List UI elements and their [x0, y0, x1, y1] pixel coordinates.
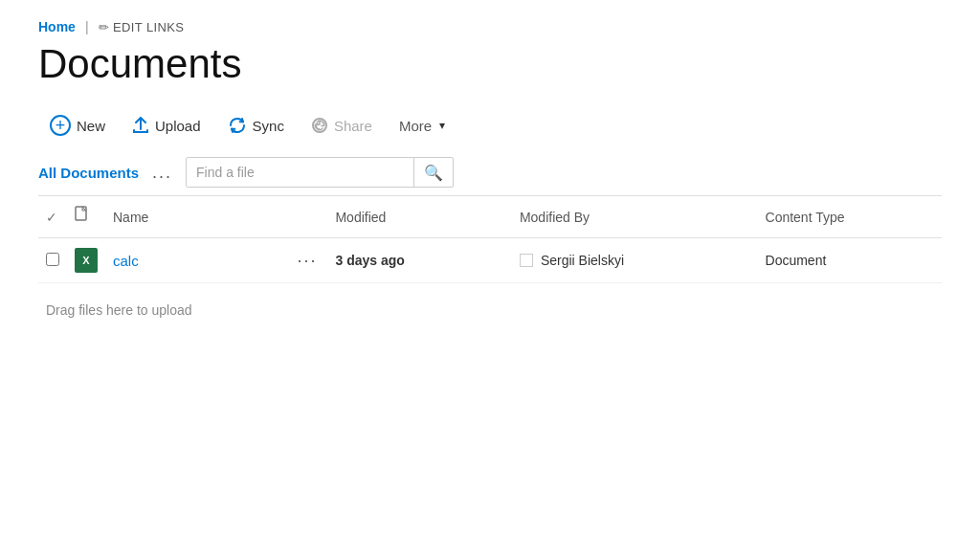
edit-links-button[interactable]: ✏ EDIT LINKS	[99, 20, 185, 34]
col-header-name: Name	[105, 196, 289, 238]
col-header-modified-by[interactable]: Modified By	[512, 196, 758, 238]
row-checkbox[interactable]	[46, 253, 59, 266]
search-icon: 🔍	[424, 164, 443, 182]
pencil-icon: ✏	[99, 20, 109, 34]
row-options[interactable]: ···	[289, 238, 327, 283]
file-link[interactable]: calc	[113, 253, 139, 269]
more-button[interactable]: More ▾	[388, 112, 457, 140]
page-title: Documents	[38, 42, 942, 86]
file-table: ✓ Name Modified Modified By Content Type	[38, 196, 942, 283]
breadcrumb: Home | ✏ EDIT LINKS	[38, 19, 942, 34]
view-label[interactable]: All Documents	[38, 165, 139, 181]
col-header-ellipsis	[289, 196, 327, 238]
check-icon: ✓	[46, 210, 57, 225]
row-modified-by: Sergii Bielskyi	[512, 238, 758, 283]
search-button[interactable]: 🔍	[413, 158, 453, 187]
row-ellipsis-button[interactable]: ···	[297, 251, 317, 270]
toolbar: + New Upload Sync	[38, 109, 942, 142]
view-options-button[interactable]: ...	[148, 161, 176, 185]
excel-icon: X	[75, 248, 98, 273]
row-check[interactable]	[38, 238, 67, 283]
sync-button[interactable]: Sync	[216, 111, 296, 140]
breadcrumb-separator: |	[85, 19, 89, 34]
row-file-name[interactable]: calc	[105, 238, 289, 283]
col-header-content-type[interactable]: Content Type	[758, 196, 942, 238]
user-avatar	[520, 254, 533, 267]
sync-icon	[228, 117, 247, 134]
file-type-icon	[75, 212, 92, 228]
new-icon: +	[50, 115, 71, 136]
new-button[interactable]: + New	[38, 109, 117, 142]
search-box: 🔍	[186, 157, 454, 188]
drag-drop-zone: Drag files here to upload	[38, 283, 942, 327]
table-row: X calc ··· 3 days ago Sergii Bielskyi Do…	[38, 238, 942, 283]
upload-button[interactable]: Upload	[121, 111, 212, 140]
chevron-down-icon: ▾	[439, 119, 445, 132]
row-content-type: Document	[758, 238, 942, 283]
col-header-icon	[67, 196, 105, 238]
user-name: Sergii Bielskyi	[541, 253, 624, 268]
col-header-check: ✓	[38, 196, 67, 238]
view-bar: All Documents ... 🔍	[38, 157, 942, 196]
home-link[interactable]: Home	[38, 19, 76, 34]
share-button[interactable]: Share	[300, 111, 384, 140]
row-file-icon: X	[67, 238, 105, 283]
search-input[interactable]	[187, 158, 413, 187]
col-header-modified[interactable]: Modified	[327, 196, 511, 238]
upload-icon	[132, 117, 149, 134]
share-icon	[311, 117, 328, 134]
row-modified: 3 days ago	[327, 238, 511, 283]
